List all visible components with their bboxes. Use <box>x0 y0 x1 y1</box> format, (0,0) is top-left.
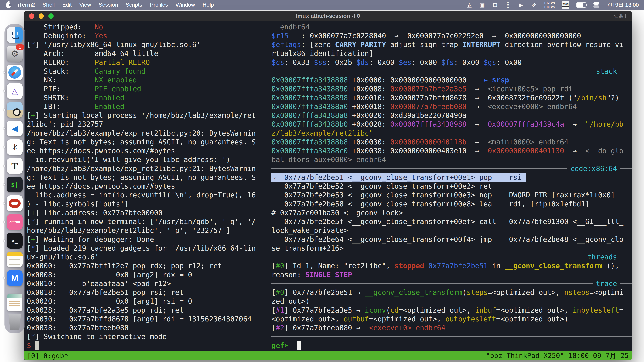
control-center-icon[interactable] <box>593 1 600 8</box>
chatgpt-glyph: ✳ <box>11 142 18 152</box>
terminal-line: 0x00007fffa34388c0│+0x0038: 0x0000000000… <box>272 146 632 155</box>
terminal-line: IBT: Enabled <box>27 102 269 111</box>
terminal-line: 0x77a7bfe2be53 <__gconv_close_transform+… <box>272 191 632 200</box>
menu-item-profiles[interactable]: Profiles <box>146 2 172 8</box>
terminal-line: $eflags: [zero CARRY PARITY adjust sign … <box>272 40 632 49</box>
dock-icon-typora[interactable]: T <box>7 158 22 174</box>
play-icon[interactable]: ▶ <box>518 1 524 8</box>
terminal-line: lock_wake_private> <box>272 226 632 235</box>
dock-icon-chatgpt[interactable]: ✳ <box>7 139 22 155</box>
dock-icon-rocket-app[interactable]: △ <box>7 83 22 99</box>
menu-item-view[interactable]: View <box>76 2 95 8</box>
safari-running-indicator <box>4 72 5 73</box>
dock-icon-finder[interactable] <box>7 27 22 43</box>
dock-icon-terminal[interactable]: >_ <box>7 233 22 249</box>
clock[interactable]: 7月9日 18:00 <box>607 1 639 9</box>
terminal-line: 0x77a7bfe2be64 <__gconv_close_transform+… <box>272 235 632 244</box>
terminal-line: $cs: 0x33 $ss: 0x2b $ds: 0x00 $es: 0x00 … <box>272 58 632 67</box>
iterm-glyph: $| <box>11 181 18 188</box>
media-m-icon[interactable]: ◭ <box>466 1 472 8</box>
apple-menu-icon[interactable] <box>6 2 11 8</box>
terminal-line: $r15 : 0x000077a7c0228040 → 0x000077a7c0… <box>272 31 632 40</box>
network-speed[interactable]: 1 KB/s1 KB/s <box>544 1 555 9</box>
terminal-line: Debuginfo: Yes <box>27 31 269 40</box>
menu-item-scripts[interactable]: Scripts <box>122 2 146 8</box>
rocket-app-glyph: △ <box>12 86 18 96</box>
terminal-line: gef➤ <box>272 341 632 350</box>
section-separator-trace: trace <box>272 279 632 288</box>
system-settings-badge: 1 <box>16 44 24 50</box>
section-separator-code-x86-64: code:x86:64 <box>272 164 632 173</box>
terminal-line: se_transform+216> <box>272 244 632 253</box>
terminal-line: 0x00007fffa34388b0│+0x0028: 0x00007fffa3… <box>272 120 632 129</box>
input-source-icon[interactable]: ⌨ <box>562 1 569 9</box>
m-blue-app-glyph: M <box>11 273 18 283</box>
window-shortcut-badge: ⌥⌘1 <box>612 13 627 19</box>
dock-icon-system-settings[interactable]: ⚙1 <box>7 46 22 61</box>
dock-icon-iterm[interactable]: $| <box>7 177 22 192</box>
terminal-line: 0x0028: 0x77a7bfe2a3e5 pop rdi; ret <box>27 306 269 315</box>
terminal-line: SHSTK: Enabled <box>27 93 269 102</box>
terminal-running-indicator <box>4 240 5 242</box>
terminal-line: → 0x77a7bfe2be51 <__gconv_close_transfor… <box>272 173 632 182</box>
menu-item-edit[interactable]: Edit <box>58 2 76 8</box>
terminal-line: reason: SINGLE STEP <box>272 270 632 279</box>
tmux-host-clock: "bbz-ThinkPad-X250" 18:00 09-7月-25 <box>486 351 629 360</box>
dock-icon-vscode[interactable]: ◄ <box>7 121 22 136</box>
display-icon[interactable]: ⊡ <box>492 1 498 8</box>
menu-item-window[interactable]: Window <box>172 2 199 8</box>
menu-item-shell[interactable]: Shell <box>39 2 58 8</box>
menu-item-session[interactable]: Session <box>95 2 122 8</box>
menu-items: iTerm2ShellEditViewSessionScriptsProfile… <box>14 2 218 8</box>
battery-icon[interactable] <box>576 2 586 8</box>
terminal-line: [+] libc.address: 0x77a7bfe00000 <box>27 208 269 217</box>
bilibili-glyph: bilibili <box>10 220 20 224</box>
terminal-line: 0x00007fffa34388a8│+0x0020: 0xd39a1be220… <box>272 111 632 120</box>
terminal-line: 0x0000: 0x77a7bff1f2e7 pop rdx; pop r12;… <box>27 261 269 270</box>
terminal-line: libc.address = int(io.recvuntil('\n', dr… <box>27 191 269 200</box>
tmux-session-label[interactable]: [0] 0:gdb* <box>27 352 68 360</box>
menu-status-area: ◭▣⊡⣿▶⇄1 KB/s1 KB/s⌨7月9日 18:00 <box>466 1 644 9</box>
dock-icon-safari[interactable] <box>7 64 22 80</box>
dock-icon-trash[interactable] <box>8 314 22 330</box>
grid-icon[interactable]: ⣿ <box>505 1 511 8</box>
iterm-running-indicator <box>4 184 5 186</box>
terminal-line: ee https://docs.pwntools.com/#bytes <box>27 182 269 191</box>
tmux-status-bar: [0] 0:gdb* "bbz-ThinkPad-X250" 18:00 09-… <box>24 351 632 360</box>
title-bar[interactable]: tmux attach-session -t 0 ⌥⌘1 <box>24 11 632 21</box>
terminal-line: [*] '/usr/lib/x86_64-linux-gnu/libc.so.6… <box>27 40 269 49</box>
terminal-line: 0x00007fffa34388b8│+0x0030: 0x0000000000… <box>272 138 632 146</box>
terminal-line: <optimized out>, outbuf=<optimized out>,… <box>272 315 632 323</box>
terminal-line: 0x00007fffa3438888│+0x0000: 0x0000000000… <box>272 76 632 84</box>
dock-icon-downloads[interactable] <box>8 294 22 311</box>
terminal-line: io.recvuntil('I will give you libc addre… <box>27 155 269 164</box>
terminal-line: Stripped: No <box>27 22 269 31</box>
terminal-line: endbr64 <box>272 22 632 31</box>
terminal-line: # 0x77a7c001ba30 <__gconv_lock> <box>272 208 632 217</box>
terminal-line: RELRO: Partial RELRO <box>27 58 269 67</box>
gdb-gef-pane[interactable]: endbr64$r15 : 0x000077a7c0228040 → 0x000… <box>270 21 632 351</box>
terminal-line: /home/bbz/lab3/example/exp_ret2libc.py:2… <box>27 129 269 138</box>
dock-icon-goggles-app[interactable] <box>7 195 22 211</box>
terminal-line: [+] Waiting for debugger: Done <box>27 235 269 244</box>
terminal: Stripped: No Debuginfo: Yes[*] '/usr/lib… <box>24 21 632 351</box>
dock-icon-m-blue-app[interactable]: M <box>7 270 22 286</box>
dock-icon-notes[interactable] <box>7 252 22 267</box>
resize-icon[interactable]: ⇄ <box>529 0 538 9</box>
terminal-line: Arch: amd64-64-little <box>27 49 269 58</box>
terminal-line: [+] Starting local process '/home/bbz/la… <box>27 111 269 120</box>
menu-item-help[interactable]: Help <box>199 2 218 8</box>
pwntools-pane[interactable]: Stripped: No Debuginfo: Yes[*] '/usr/lib… <box>24 21 269 351</box>
terminal-line: Stack: Canary found <box>27 67 269 76</box>
menu-item-iterm2[interactable]: iTerm2 <box>14 2 39 8</box>
terminal-line: z/lab3/example/ret2libc" <box>272 129 632 138</box>
terminal-line: 0x00007fffa3438898│+0x0010: 0x000077a7bf… <box>272 93 632 102</box>
terminal-line: [#0] 0x77a7bfe2be51 → __gconv_close_tran… <box>272 288 632 297</box>
dock: ⚙1△◄✳T$|bilibili>_M <box>4 24 25 334</box>
dock-icon-bilibili[interactable]: bilibili <box>7 214 22 230</box>
terminal-line: 2libc': pid 232757 <box>27 120 269 129</box>
preview-running-indicator <box>4 109 5 111</box>
tv-icon[interactable]: ▣ <box>479 1 485 8</box>
dock-icon-preview[interactable] <box>7 102 22 118</box>
terminal-line: [#0] Id 1, Name: "ret2libc", stopped 0x7… <box>272 261 632 270</box>
